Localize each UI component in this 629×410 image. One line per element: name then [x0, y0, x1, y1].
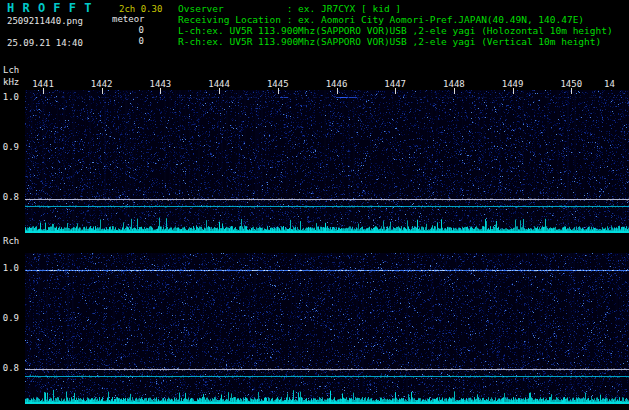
- lch-frequency-scale: 1.00.90.8: [0, 92, 21, 202]
- time-axis-ticks: [0, 88, 629, 94]
- timestamp: 25.09.21 14:40: [7, 38, 83, 48]
- meteor-count-upper: 0: [120, 25, 144, 35]
- time-tick-mark: [454, 88, 455, 94]
- station-info: Ovserver : ex. JR7CYX [ kid ] Receiving …: [178, 3, 613, 47]
- time-tick-mark: [337, 88, 338, 94]
- freq-tick-label: 0.8: [0, 192, 19, 202]
- location-line: Receiving Location : ex. Aomori City Aom…: [178, 14, 613, 25]
- lch-axis-label: Lch: [3, 65, 19, 75]
- time-tick-mark: [278, 88, 279, 94]
- meteor-count-lower: 0: [120, 36, 144, 46]
- app-title: H R O F F T: [7, 2, 92, 15]
- mode-label: meteor: [112, 14, 145, 24]
- freq-tick-label: 0.9: [0, 142, 19, 152]
- app-version: 2ch 0.30: [119, 4, 162, 14]
- time-tick-mark: [102, 88, 103, 94]
- rch-spectrogram: [25, 253, 629, 404]
- rch-frequency-scale: 1.00.90.8: [0, 263, 21, 373]
- time-tick-mark: [571, 88, 572, 94]
- rch-config-line: R-ch:ex. UV5R 113.900Mhz(SAPPORO VOR)USB…: [178, 36, 613, 47]
- time-tick-mark: [219, 88, 220, 94]
- hrofft-app-window: H R O F F T 2ch 0.30 2509211440.png mete…: [0, 0, 629, 410]
- time-tick-mark: [160, 88, 161, 94]
- lch-config-line: L-ch:ex. UV5R 113.900Mhz(SAPPORO VOR)USB…: [178, 25, 613, 36]
- rch-axis-label: Rch: [3, 236, 19, 246]
- freq-tick-label: 0.8: [0, 363, 19, 373]
- time-tick-mark: [513, 88, 514, 94]
- observer-line: Ovserver : ex. JR7CYX [ kid ]: [178, 3, 613, 14]
- lch-spectrogram: [25, 90, 629, 233]
- freq-tick-label: 1.0: [0, 263, 19, 273]
- output-filename: 2509211440.png: [7, 16, 83, 26]
- time-tick-mark: [43, 88, 44, 94]
- freq-tick-label: 0.9: [0, 313, 19, 323]
- time-tick-mark: [395, 88, 396, 94]
